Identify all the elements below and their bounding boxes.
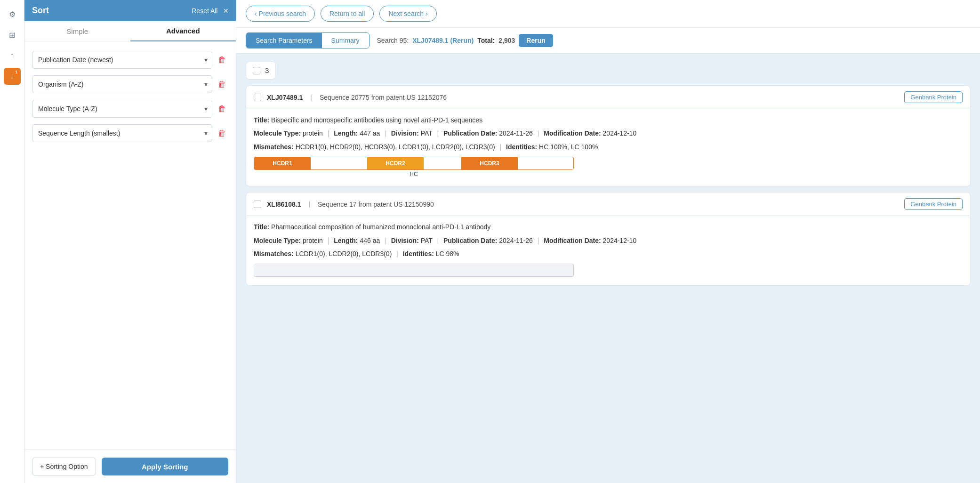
total-prefix: Total:	[477, 37, 495, 44]
card-1-division-value: PAT	[421, 129, 433, 137]
card-2-mol-row: Molecule Type: protein | Length: 446 aa …	[254, 235, 963, 246]
results-area: 3 XLJ07489.1 | Sequence 20775 from paten…	[236, 54, 980, 483]
sort-title: Sort	[32, 6, 49, 16]
result-card-1: XLJ07489.1 | Sequence 20775 from patent …	[246, 85, 971, 186]
search-bar: Search Parameters Summary Search 95: XLJ…	[236, 28, 980, 54]
sort-select-2[interactable]: Organism (A-Z) Organism (Z-A)	[32, 75, 212, 93]
grid-icon: ⊞	[9, 31, 15, 40]
tab-simple[interactable]: Simple	[24, 21, 130, 41]
return-to-all-button[interactable]: Return to all	[321, 6, 374, 22]
upload-icon-btn[interactable]: ↑	[4, 47, 21, 64]
card-1-identities-label: Identities:	[506, 143, 537, 151]
card-1-seq: Sequence 20775 from patent US 12152076	[320, 94, 899, 101]
search-tabs: Search Parameters Summary	[246, 32, 370, 48]
result-card-1-header: XLJ07489.1 | Sequence 20775 from patent …	[246, 86, 970, 109]
sort-row-4: Sequence Length (smallest) Sequence Leng…	[32, 124, 228, 142]
result-number-row: 3	[246, 61, 276, 80]
card-1-genbank-badge[interactable]: Genbank Protein	[904, 91, 963, 103]
sort-select-4[interactable]: Sequence Length (smallest) Sequence Leng…	[32, 124, 212, 142]
card-1-identities-value: HC 100%, LC 100%	[539, 143, 598, 151]
hcdr2-segment: HCDR2	[367, 157, 424, 169]
next-search-button[interactable]: Next search ›	[379, 6, 436, 22]
card-2-division-label: Division:	[391, 237, 419, 244]
result-number: 3	[265, 66, 269, 74]
sliders-icon: ⚙	[9, 10, 16, 19]
card-2-title: Pharmaceutical composition of humanized …	[271, 223, 490, 231]
card-1-title-label: Title:	[254, 116, 269, 124]
close-button[interactable]: ×	[223, 7, 228, 15]
card-1-mol-row: Molecule Type: protein | Length: 447 aa …	[254, 128, 963, 138]
total-count: 2,903	[498, 37, 515, 44]
card-1-pubdate-label: Publication Date:	[443, 129, 497, 137]
sort-select-wrapper-3: Molecule Type (A-Z) Molecule Type (Z-A)	[32, 100, 212, 118]
sort-select-1[interactable]: Publication Date (newest) Publication Da…	[32, 51, 212, 69]
previous-search-button[interactable]: ‹ Previous search	[246, 6, 315, 22]
tab-summary[interactable]: Summary	[322, 33, 369, 48]
card-2-pubdate-label: Publication Date:	[443, 237, 497, 244]
delete-sort-2[interactable]: 🗑	[216, 78, 228, 91]
apply-sorting-button[interactable]: Apply Sorting	[102, 458, 228, 475]
card-1-length-value: 447 aa	[360, 129, 380, 137]
card-2-seq: Sequence 17 from patent US 12150990	[318, 201, 899, 208]
sliders-icon-btn[interactable]: ⚙	[4, 6, 21, 23]
tab-advanced[interactable]: Advanced	[130, 21, 236, 41]
card-1-moddate-value: 2024-12-10	[603, 129, 637, 137]
result-card-2: XLI86108.1 | Sequence 17 from patent US …	[246, 192, 971, 286]
card-1-title: Bispecific and monospecific antibodies u…	[271, 116, 482, 124]
cdr-label-1: HC	[254, 171, 574, 177]
search-info: Search 95: XLJ07489.1 (Rerun) Total: 2,9…	[377, 34, 553, 47]
card-2-title-label: Title:	[254, 223, 269, 231]
sort-row-2: Organism (A-Z) Organism (Z-A) 🗑	[32, 75, 228, 93]
card-2-division-value: PAT	[421, 237, 433, 244]
sort-badge: 1	[13, 69, 20, 75]
tab-bar: Simple Advanced	[24, 21, 236, 41]
card-1-division-label: Division:	[391, 129, 419, 137]
rerun-button[interactable]: Rerun	[519, 34, 553, 47]
card-1-moddate-label: Modification Date:	[544, 129, 601, 137]
card-1-length-label: Length:	[334, 129, 358, 137]
card-2-body: Title: Pharmaceutical composition of hum…	[246, 216, 970, 285]
card-2-id: XLI86108.1	[267, 201, 301, 208]
cdr-bar-container-1: HCDR1 HCDR2 HCDR3 HC	[254, 157, 963, 180]
sort-panel: Sort Reset All × Simple Advanced Publica…	[24, 0, 236, 483]
hcdr3-segment: HCDR3	[461, 157, 518, 169]
sort-icon-btn[interactable]: ↓ 1	[4, 68, 21, 85]
card-2-title-row: Title: Pharmaceutical composition of hum…	[254, 222, 963, 232]
delete-sort-1[interactable]: 🗑	[216, 53, 228, 67]
sort-select-wrapper-1: Publication Date (newest) Publication Da…	[32, 51, 212, 69]
card-2-moltype-value: protein	[303, 237, 323, 244]
cdr-bar-container-2	[254, 264, 963, 280]
card-1-checkbox[interactable]	[254, 94, 261, 101]
delete-sort-3[interactable]: 🗑	[216, 102, 228, 116]
card-1-moltype-label: Molecule Type:	[254, 129, 301, 137]
card-2-checkbox[interactable]	[254, 201, 261, 208]
sort-select-3[interactable]: Molecule Type (A-Z) Molecule Type (Z-A)	[32, 100, 212, 118]
hcdr1-segment: HCDR1	[254, 157, 311, 169]
sort-body: Publication Date (newest) Publication Da…	[24, 41, 236, 450]
tab-search-parameters[interactable]: Search Parameters	[246, 33, 322, 48]
sort-header: Sort Reset All ×	[24, 0, 236, 21]
card-1-mismatch-value: HCDR1(0), HCDR2(0), HCDR3(0), LCDR1(0), …	[296, 143, 495, 151]
sort-footer: + Sorting Option Apply Sorting	[24, 450, 236, 483]
card-2-moltype-label: Molecule Type:	[254, 237, 301, 244]
grid-icon-btn[interactable]: ⊞	[4, 26, 21, 43]
card-2-length-label: Length:	[334, 237, 358, 244]
card-1-mismatch-row: Mismatches: HCDR1(0), HCDR2(0), HCDR3(0)…	[254, 142, 963, 152]
card-2-mismatch-value: LCDR1(0), LCDR2(0), LCDR3(0)	[296, 250, 392, 258]
sidebar-icons: ⚙ ⊞ ↑ ↓ 1	[0, 0, 24, 483]
add-sorting-option-button[interactable]: + Sorting Option	[32, 458, 96, 475]
result-card-2-header: XLI86108.1 | Sequence 17 from patent US …	[246, 193, 970, 216]
card-1-id: XLJ07489.1	[267, 94, 303, 101]
search-id: XLJ07489.1 (Rerun)	[412, 37, 474, 44]
result-number-checkbox[interactable]	[253, 67, 260, 74]
card-2-pubdate-value: 2024-11-26	[499, 237, 533, 244]
card-2-mismatch-row: Mismatches: LCDR1(0), LCDR2(0), LCDR3(0)…	[254, 249, 963, 259]
card-2-genbank-badge[interactable]: Genbank Protein	[904, 198, 963, 210]
card-1-body: Title: Bispecific and monospecific antib…	[246, 109, 970, 186]
card-2-identities-value: LC 98%	[436, 250, 459, 258]
reset-all-label[interactable]: Reset All	[192, 7, 217, 15]
delete-sort-4[interactable]: 🗑	[216, 127, 228, 140]
card-2-moddate-label: Modification Date:	[544, 237, 601, 244]
card-1-title-row: Title: Bispecific and monospecific antib…	[254, 115, 963, 125]
sort-select-wrapper-2: Organism (A-Z) Organism (Z-A)	[32, 75, 212, 93]
